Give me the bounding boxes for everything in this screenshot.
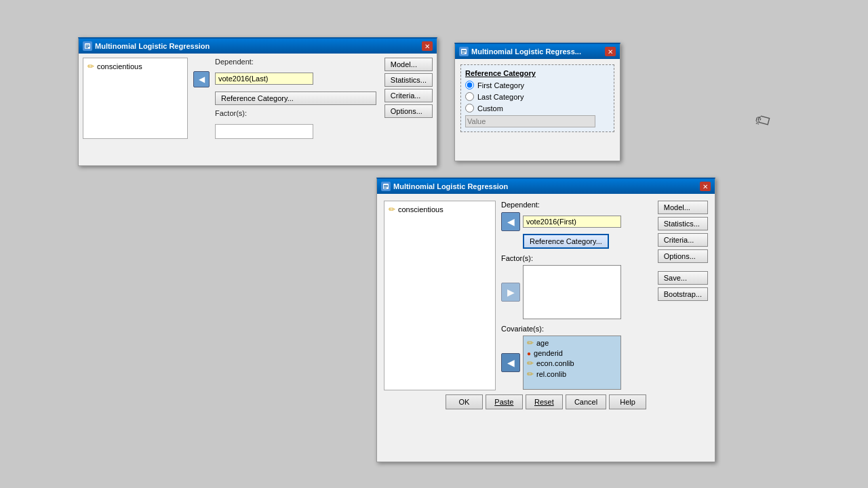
window-1-dependent-input[interactable]: vote2016(Last) xyxy=(215,73,313,85)
window-1-criteria-button[interactable]: Criteria... xyxy=(384,89,433,102)
window-3-titlebar[interactable]: Multinomial Logistic Regression ✕ xyxy=(377,179,715,194)
window-3-bottom-buttons: OK Paste Reset Cancel Help xyxy=(384,390,708,411)
window-1-reference-category-button[interactable]: Reference Category... xyxy=(215,92,376,105)
cov-rel-label: rel.conlib xyxy=(536,370,566,378)
window-1-dependent-input-row: vote2016(Last) xyxy=(215,73,376,85)
window-3-dependent-input[interactable]: vote2016(First) xyxy=(523,216,621,228)
cov-econ-icon: ✏ xyxy=(527,359,534,368)
radio-custom[interactable] xyxy=(465,104,474,113)
factors-listbox[interactable] xyxy=(523,265,621,319)
window-3-left-panel[interactable]: ✏ conscientious xyxy=(384,201,496,390)
window-3-statistics-button[interactable]: Statistics... xyxy=(658,217,708,230)
factors-arrow-button[interactable]: ▶ xyxy=(501,283,520,302)
covariates-listbox[interactable]: ✏ age ● genderid ✏ econ.conlib xyxy=(523,336,621,390)
window-3-close-button[interactable]: ✕ xyxy=(700,182,711,191)
window-3-criteria-button[interactable]: Criteria... xyxy=(658,233,708,247)
svg-rect-10 xyxy=(384,186,388,187)
value-row xyxy=(465,115,610,127)
window-1-dependent-label: Dependent: xyxy=(215,58,254,66)
covariate-rel-conlib: ✏ rel.conlib xyxy=(525,369,619,380)
radio-last-category-row: Last Category xyxy=(465,92,610,101)
window-3-save-button[interactable]: Save... xyxy=(658,271,708,285)
window-3-reference-category-button[interactable]: Reference Category... xyxy=(523,234,609,249)
reference-category-group: Reference Category First Category Last C… xyxy=(460,64,614,132)
window-1-arrow-button[interactable]: ◀ xyxy=(193,71,210,87)
covariates-arrow-area: ◀ xyxy=(501,336,520,390)
window-1-conscientious-item: ✏ conscientious xyxy=(86,61,184,72)
cov-genderid-icon: ● xyxy=(527,350,531,357)
pencil-icon-1: ✏ xyxy=(87,62,94,71)
desktop: 🏷 Multinomial Logistic Regression ✕ xyxy=(0,0,868,488)
window-1-factors-box[interactable] xyxy=(215,124,313,139)
window-1-title-text: Multinomial Logistic Regression xyxy=(95,42,210,50)
window-3-options-button[interactable]: Options... xyxy=(658,249,708,263)
ok-button[interactable]: OK xyxy=(446,394,483,409)
radio-last-category-label: Last Category xyxy=(477,93,524,101)
radio-first-category-row: First Category xyxy=(465,81,610,89)
window-2-reference-category: Multinomial Logistic Regress... ✕ Refere… xyxy=(454,43,620,161)
radio-last-category[interactable] xyxy=(465,92,474,101)
window-1-arrow-area: ◀ xyxy=(193,58,210,139)
reference-category-title: Reference Category xyxy=(465,69,610,77)
window-2-close-button[interactable]: ✕ xyxy=(605,47,616,56)
window-1-body: ✏ conscientious ◀ Dependent: vote2016(La… xyxy=(79,54,437,143)
window-1-dependent-row: Dependent: xyxy=(215,58,376,66)
covariates-arrow-button[interactable]: ◀ xyxy=(501,353,520,372)
window-3-middle-col: Dependent: ◀ vote2016(First) Reference C… xyxy=(501,201,650,390)
main-layout: ✏ conscientious Dependent: ◀ vote2016(Fi… xyxy=(384,201,708,390)
dep-arrow-button[interactable]: ◀ xyxy=(501,212,520,231)
window-3-bootstrap-button[interactable]: Bootstrap... xyxy=(658,287,708,301)
window-3-factors-label: Factor(s): xyxy=(501,254,650,262)
factors-arrow-area: ▶ xyxy=(501,265,520,319)
window-1-factors-label: Factor(s): xyxy=(215,109,247,117)
cancel-button[interactable]: Cancel xyxy=(566,394,606,409)
window-3-covariates-label: Covariate(s): xyxy=(501,325,650,333)
svg-rect-6 xyxy=(462,52,466,52)
window-1-icon xyxy=(83,41,92,51)
window-1-factors-row: Factor(s): xyxy=(215,109,376,117)
pencil-icon-3: ✏ xyxy=(389,205,395,214)
window-3-buttons-col: Model... Statistics... Criteria... Optio… xyxy=(658,201,708,390)
svg-rect-11 xyxy=(384,188,387,188)
svg-rect-9 xyxy=(384,185,388,186)
radio-first-category-label: First Category xyxy=(477,81,524,89)
window-1-buttons-col: Model... Statistics... Criteria... Optio… xyxy=(384,58,433,139)
window-1-close-button[interactable]: ✕ xyxy=(422,41,433,51)
covariates-row: ◀ ✏ age ● genderid xyxy=(501,336,650,390)
help-button[interactable]: Help xyxy=(609,394,646,409)
window-1-titlebar[interactable]: Multinomial Logistic Regression ✕ xyxy=(79,39,437,54)
window-3-body: ✏ conscientious Dependent: ◀ vote2016(Fi… xyxy=(377,194,715,418)
window-3-left-item-label: conscientious xyxy=(398,205,443,214)
cov-age-label: age xyxy=(536,339,549,347)
cov-genderid-label: genderid xyxy=(534,349,563,357)
window-3-title-text: Multinomial Logistic Regression xyxy=(393,182,508,190)
ref-cat-btn-area: Reference Category... xyxy=(523,234,650,249)
factors-row: ▶ xyxy=(501,265,650,319)
cov-econ-label: econ.conlib xyxy=(536,359,574,367)
window-1-statistics-button[interactable]: Statistics... xyxy=(384,73,433,87)
window-1-title-left: Multinomial Logistic Regression xyxy=(83,41,210,51)
reset-button[interactable]: Reset xyxy=(526,394,563,409)
window-2-title-text: Multinomial Logistic Regress... xyxy=(471,47,581,56)
radio-first-category[interactable] xyxy=(465,81,474,89)
window-3-icon xyxy=(381,182,391,191)
window-3-title-left: Multinomial Logistic Regression xyxy=(381,182,508,191)
paste-button[interactable]: Paste xyxy=(486,394,523,409)
window-2-icon xyxy=(459,47,469,56)
window-3-model-button[interactable]: Model... xyxy=(658,201,708,214)
svg-rect-2 xyxy=(85,46,90,47)
covariate-genderid: ● genderid xyxy=(525,348,619,358)
window-1-left-panel: ✏ conscientious xyxy=(83,58,188,139)
radio-custom-label: Custom xyxy=(477,104,503,113)
custom-value-input[interactable] xyxy=(465,115,595,127)
covariate-econ-conlib: ✏ econ.conlib xyxy=(525,358,619,369)
window-1-multinomial: Multinomial Logistic Regression ✕ ✏ cons… xyxy=(78,37,437,166)
svg-rect-3 xyxy=(85,47,88,48)
window-1-options-button[interactable]: Options... xyxy=(384,104,433,118)
window-1-model-button[interactable]: Model... xyxy=(384,58,433,71)
radio-custom-row: Custom xyxy=(465,104,610,113)
window-2-titlebar[interactable]: Multinomial Logistic Regress... ✕ xyxy=(455,44,620,59)
cov-rel-icon: ✏ xyxy=(527,369,534,379)
svg-rect-1 xyxy=(85,45,90,45)
window-1-right-content: Dependent: vote2016(Last) Reference Cate… xyxy=(215,58,376,139)
